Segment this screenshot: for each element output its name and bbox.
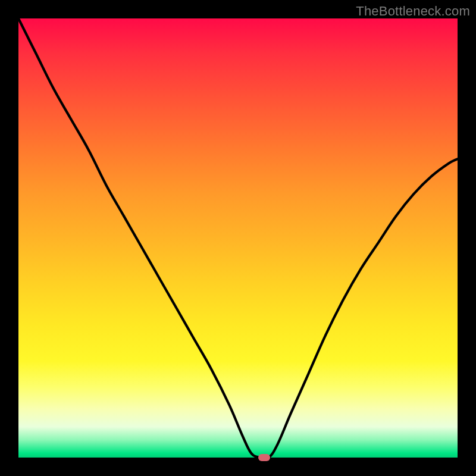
optimal-point-marker bbox=[258, 454, 270, 461]
watermark-label: TheBottleneck.com bbox=[356, 4, 470, 19]
chart-frame: TheBottleneck.com bbox=[0, 0, 476, 476]
plot-area bbox=[18, 18, 458, 458]
bottleneck-curve bbox=[18, 18, 458, 458]
